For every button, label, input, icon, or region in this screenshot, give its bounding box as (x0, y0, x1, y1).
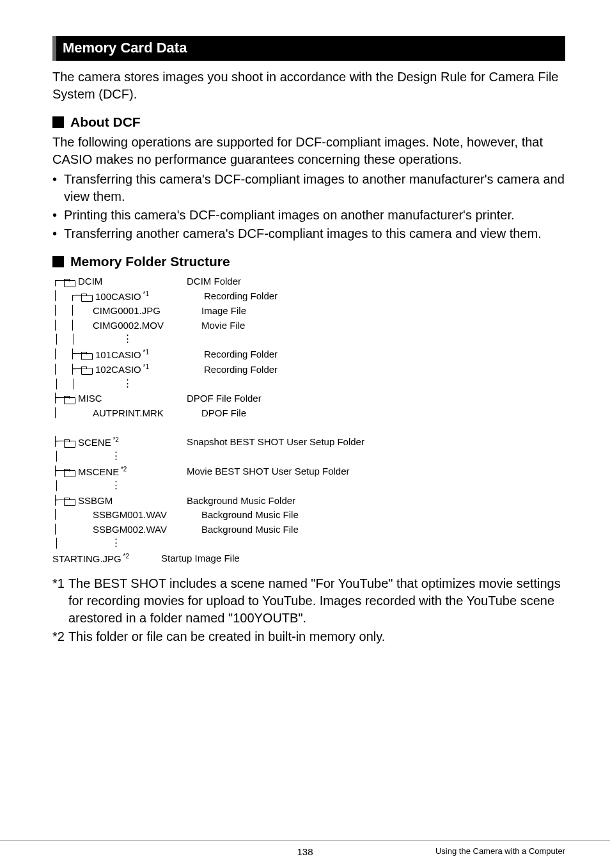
tree-node-sup: *1 (141, 363, 149, 370)
tree-row: ├─MISCDPOF File Folder (52, 391, 565, 406)
footnote: *2 This folder or file can be created in… (52, 628, 565, 645)
tree-row: │ ├─101CASIO *1Recording Folder (52, 347, 565, 363)
folder-icon (64, 468, 75, 476)
tree-row: │ │ ⋮ (52, 377, 565, 392)
tree-node-desc: Background Music File (201, 508, 299, 523)
tree-row: ├─SCENE *2Snapshot BEST SHOT User Setup … (52, 435, 565, 450)
tree-vdots: │ ⋮ (52, 450, 121, 464)
tree-row: │ ⋮ (52, 537, 565, 551)
footnote-mark: *1 (52, 575, 65, 627)
tree-vdots: │ ⋮ (52, 479, 121, 494)
folder-icon (81, 365, 93, 374)
tree-node-name: SSBGM (78, 494, 180, 509)
tree-row: │ ├─102CASIO *1Recording Folder (52, 362, 565, 377)
tree-node-name: CIMG0002.MOV (93, 319, 195, 333)
tree-row (52, 420, 565, 435)
about-dcf-lead: The following operations are supported f… (52, 134, 565, 168)
folder-icon (64, 395, 75, 403)
tree-lines: ┌─ (52, 274, 64, 289)
about-dcf-bullets: Transferring this camera's DCF-compliant… (52, 171, 565, 242)
tree-vdots: │ │ ⋮ (52, 333, 132, 347)
tree-lines: ├─ (52, 435, 64, 450)
tree-node-name: SSBGM002.WAV (93, 523, 195, 537)
tree-node-desc: Snapshot BEST SHOT User Setup Folder (187, 435, 364, 450)
tree-row: │ SSBGM001.WAVBackground Music File (52, 508, 565, 523)
tree-node-sup: *2 (111, 436, 119, 443)
tree-node-desc: Background Music Folder (187, 494, 295, 509)
folder-icon (64, 496, 75, 505)
tree-node-desc: Recording Folder (204, 363, 278, 377)
tree-node-desc: Background Music File (201, 523, 299, 537)
tree-node-sup: *1 (141, 349, 149, 356)
folder-tree: ┌─DCIMDCIM Folder│ ┌─100CASIO *1Recordin… (52, 274, 565, 566)
tree-lines: │ ├─ (52, 363, 81, 377)
tree-node-name: AUTPRINT.MRK (93, 406, 195, 421)
tree-row: │ SSBGM002.WAVBackground Music File (52, 523, 565, 537)
tree-row: │ ⋮ (52, 450, 565, 464)
folder-icon (64, 438, 75, 446)
section-title: Memory Card Data (63, 40, 187, 56)
tree-row: │ │ CIMG0002.MOVMovie File (52, 319, 565, 333)
page-number: 138 (297, 846, 313, 857)
footnote-mark: *2 (52, 628, 65, 645)
footnote-text: This folder or file can be created in bu… (68, 628, 565, 645)
page-footer: 138 Using the Camera with a Computer (0, 840, 610, 846)
footer-section-label: Using the Camera with a Computer (435, 846, 565, 856)
tree-node-name: STARTING.JPG *2 (52, 551, 155, 567)
tree-node-sup: *2 (121, 553, 129, 560)
tree-row: │ │ CIMG0001.JPGImage File (52, 304, 565, 319)
tree-row: │ ⋮ (52, 479, 565, 494)
tree-node-desc: Recording Folder (204, 289, 278, 304)
folder-icon (64, 278, 75, 286)
tree-row: │ │ ⋮ (52, 333, 565, 347)
tree-node-desc: DPOF File Folder (187, 391, 262, 406)
tree-node-desc: Image File (201, 304, 246, 319)
about-dcf-heading: About DCF (52, 114, 565, 130)
tree-lines: │ (52, 406, 93, 421)
folder-icon (81, 351, 93, 359)
tree-lines: │ ┌─ (52, 289, 81, 304)
tree-lines: │ ├─ (52, 347, 81, 362)
tree-row: │ AUTPRINT.MRKDPOF File (52, 406, 565, 421)
tree-row: ┌─DCIMDCIM Folder (52, 274, 565, 289)
tree-lines: │ │ (52, 319, 93, 333)
about-dcf-bullet: Transferring this camera's DCF-compliant… (52, 171, 565, 205)
footnotes: *1 The BEST SHOT includes a scene named … (52, 575, 565, 645)
tree-node-desc: DPOF File (201, 406, 246, 421)
tree-node-name: SSBGM001.WAV (93, 508, 195, 523)
tree-node-name: SCENE *2 (78, 435, 180, 450)
tree-node-desc: Recording Folder (204, 347, 278, 362)
tree-node-desc: Movie BEST SHOT User Setup Folder (187, 464, 350, 479)
tree-row: STARTING.JPG *2Startup Image File (52, 551, 565, 567)
tree-vdots: │ │ ⋮ (52, 377, 132, 392)
tree-node-sup: *1 (141, 290, 149, 297)
section-bar: Memory Card Data (52, 36, 565, 61)
folder-icon (81, 292, 93, 301)
tree-lines: │ │ (52, 304, 93, 319)
footnote: *1 The BEST SHOT includes a scene named … (52, 575, 565, 627)
tree-row: │ ┌─100CASIO *1Recording Folder (52, 289, 565, 304)
tree-node-sup: *2 (119, 466, 127, 473)
tree-row: ├─SSBGMBackground Music Folder (52, 494, 565, 509)
about-dcf-heading-text: About DCF (70, 114, 141, 130)
tree-node-name: 102CASIO *1 (95, 362, 198, 377)
tree-node-desc: Movie File (201, 319, 245, 333)
folder-structure-heading: Memory Folder Structure (52, 254, 565, 269)
tree-node-desc: Startup Image File (161, 551, 240, 566)
tree-lines: ├─ (52, 391, 64, 406)
tree-lines: ├─ (52, 464, 64, 479)
footnote-text: The BEST SHOT includes a scene named "Fo… (68, 575, 565, 627)
tree-node-desc: DCIM Folder (187, 274, 241, 289)
about-dcf-bullet: Printing this camera's DCF-compliant ima… (52, 207, 565, 224)
tree-node-name: DCIM (78, 274, 180, 289)
tree-node-name: MSCENE *2 (78, 464, 180, 480)
about-dcf-bullet: Transferring another camera's DCF-compli… (52, 225, 565, 242)
tree-lines: │ (52, 523, 93, 537)
folder-structure-heading-text: Memory Folder Structure (70, 254, 230, 269)
tree-node-name: 100CASIO *1 (95, 289, 198, 304)
tree-row: ├─MSCENE *2Movie BEST SHOT User Setup Fo… (52, 464, 565, 480)
tree-lines: ├─ (52, 494, 64, 509)
tree-node-name: CIMG0001.JPG (93, 304, 195, 319)
tree-lines: │ (52, 508, 93, 523)
tree-node-name: 101CASIO *1 (95, 347, 198, 363)
